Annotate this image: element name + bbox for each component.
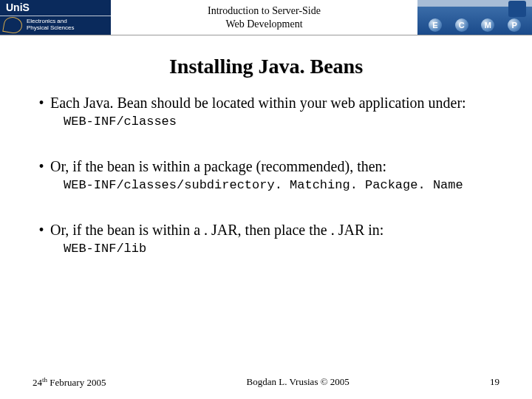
code-snippet: WEB-INF/lib: [64, 242, 499, 256]
header-title-line-2: Web Development: [225, 18, 302, 30]
code-snippet: WEB-INF/classes: [64, 115, 499, 129]
header-title: Introduction to Server-Side Web Developm…: [111, 0, 417, 35]
dept-line-1: Electronics and: [27, 18, 67, 24]
footer-date-ordinal: th: [42, 376, 47, 383]
footer-page-number: 19: [490, 376, 499, 389]
dept-line-2: Physical Sciences: [27, 24, 74, 31]
code-snippet: WEB-INF/classes/subdirectory. Matching. …: [64, 178, 499, 192]
logo-ball-c: C: [455, 18, 468, 32]
bullet-text: Or, if the bean is within a . JAR, then …: [50, 222, 383, 239]
bullet-dot-icon: •: [33, 222, 50, 239]
slide-header: UniS Electronics and Physical Sciences I…: [0, 0, 532, 35]
bullet-item: • Or, if the bean is within a . JAR, the…: [33, 222, 499, 239]
logo-dept-text: Electronics and Physical Sciences: [27, 18, 74, 32]
footer-date: 24th February 2005: [33, 376, 106, 389]
slide-content: • Each Java. Bean should be located with…: [0, 95, 532, 256]
partner-logo: E C M P: [417, 0, 532, 35]
bullet-dot-icon: •: [33, 158, 50, 175]
footer-date-day: 24: [33, 377, 42, 388]
logo-ball-m: M: [481, 18, 494, 32]
logo-ball-p: P: [508, 18, 521, 32]
slide-title: Installing Java. Beans: [0, 55, 532, 78]
emblem-icon: [508, 1, 526, 17]
university-logo: UniS Electronics and Physical Sciences: [0, 0, 111, 35]
bullet-dot-icon: •: [33, 95, 50, 112]
bullet-item: • Each Java. Bean should be located with…: [33, 95, 499, 112]
bullet-item: • Or, if the bean is within a package (r…: [33, 158, 499, 175]
footer-date-rest: February 2005: [47, 377, 106, 388]
logo-brand-text: UniS: [6, 1, 30, 13]
bullet-text: Or, if the bean is within a package (rec…: [50, 158, 386, 175]
logo-swirl-icon: [2, 16, 23, 35]
bullet-text: Each Java. Bean should be located within…: [50, 95, 466, 112]
slide-footer: 24th February 2005 Bogdan L. Vrusias © 2…: [0, 376, 532, 389]
logo-letters: E C M P: [417, 18, 532, 32]
header-title-line-1: Introduction to Server-Side: [208, 5, 321, 16]
logo-ball-e: E: [429, 18, 442, 32]
footer-author: Bogdan L. Vrusias © 2005: [247, 376, 349, 389]
